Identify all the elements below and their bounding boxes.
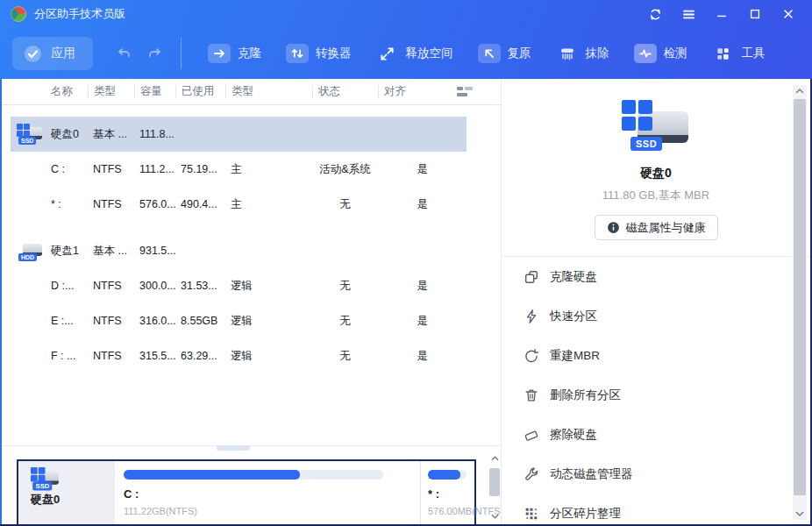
maximize-button[interactable]: [742, 4, 768, 25]
scroll-down-arrow[interactable]: [488, 510, 501, 522]
usage-bar: [428, 470, 467, 480]
header-cell-name[interactable]: 名称: [49, 85, 88, 98]
sidebar-item-label: 动态磁盘管理器: [550, 466, 633, 482]
header-cell-status[interactable]: 状态: [312, 85, 378, 98]
toolbar-button-erase[interactable]: 抹除: [552, 40, 614, 67]
main-area: 名称 类型 容量 已使用 类型 状态 对齐: [2, 79, 501, 524]
rebuild-mbr-icon: [523, 347, 539, 364]
header-cell-aligned[interactable]: 对齐: [378, 85, 467, 98]
sidebar-scrollbar[interactable]: [793, 85, 807, 520]
cell-capacity: 315.5...: [134, 350, 175, 362]
apply-button[interactable]: 应用: [12, 37, 93, 70]
sidebar-item-defrag[interactable]: 分区碎片整理: [502, 494, 810, 526]
info-icon: [607, 221, 620, 234]
partition-block-star[interactable]: * : 576.00MB(NTFS): [420, 461, 474, 524]
clone-disk-icon: [523, 268, 539, 285]
toolbar-button-detect[interactable]: 检测: [630, 40, 692, 67]
apply-label: 应用: [51, 46, 75, 61]
close-button[interactable]: [775, 4, 801, 25]
sidebar-item-rebuild-mbr[interactable]: 重建MBR: [502, 336, 810, 375]
disk-info: 111.80 GB,基本 MBR: [602, 188, 709, 203]
clone-icon: [208, 44, 231, 63]
cell-name: F : ...: [49, 350, 88, 362]
cell-status: 无: [312, 314, 378, 329]
toolbar-button-converter[interactable]: 转换器: [281, 40, 356, 67]
scrollbar-thumb[interactable]: [794, 99, 806, 495]
table-row-star[interactable]: * : NTFS 576.0... 490.4... 主 无 是: [11, 187, 467, 222]
cell-type: 主: [225, 197, 312, 212]
toolbar-button-restore[interactable]: 复原: [474, 40, 536, 67]
table-header: 名称 类型 容量 已使用 类型 状态 对齐: [2, 79, 501, 105]
undo-button[interactable]: [114, 43, 135, 64]
table-row-f[interactable]: F : ... NTFS 315.5... 63.29... 逻辑 无 是: [11, 338, 467, 373]
cell-status: 无: [312, 279, 378, 294]
erase-icon: [556, 44, 579, 63]
header-cell-fs[interactable]: 类型: [88, 85, 134, 98]
refresh-button[interactable]: [642, 4, 668, 25]
toolbar-label: 复原: [508, 46, 531, 61]
table-row-e[interactable]: E :... NTFS 316.0... 8.55GB 逻辑 无 是: [11, 303, 467, 338]
sidebar-item-dynamic-disk-manager[interactable]: 动态磁盘管理器: [502, 454, 810, 494]
cell-fs: NTFS: [88, 280, 134, 292]
horizontal-divider: [2, 445, 501, 446]
scroll-up-arrow[interactable]: [793, 85, 807, 97]
disk-properties-label: 磁盘属性与健康: [626, 220, 706, 236]
scroll-down-arrow[interactable]: [793, 508, 807, 520]
tools-icon: [712, 44, 735, 63]
header-cell-spacer: [11, 85, 49, 98]
cell-name: C :: [49, 163, 88, 175]
toolbar-button-tools[interactable]: 工具: [708, 40, 770, 67]
ssd-hero-icon: SSD: [622, 100, 690, 154]
splitter-handle[interactable]: [217, 445, 250, 451]
toolbar-button-clone[interactable]: 克隆: [203, 40, 266, 67]
redo-button[interactable]: [144, 43, 165, 64]
history-buttons: [114, 43, 165, 64]
table-row-c[interactable]: C : NTFS 111.2... 75.19... 主 活动&系统 是: [11, 152, 467, 187]
toolbar-label: 转换器: [316, 46, 352, 61]
hdd-disk-icon: HDD: [17, 240, 43, 261]
header-cell-capacity[interactable]: 容量: [134, 85, 175, 98]
lightning-icon: [523, 308, 539, 324]
table-row-d[interactable]: D :... NTFS 300.0... 31.53... 逻辑 无 是: [11, 268, 467, 303]
partition-name: C :: [124, 487, 411, 501]
toolbar-label: 抹除: [586, 46, 609, 61]
disk0-block[interactable]: SSD 硬盘0: [18, 461, 115, 524]
cell-type: 逻辑: [225, 314, 312, 329]
sidebar-item-delete-all-partitions[interactable]: 删除所有分区: [502, 375, 810, 415]
scroll-up-arrow[interactable]: [488, 452, 501, 465]
minimize-button[interactable]: [709, 4, 735, 25]
window-title: 分区助手技术员版: [34, 6, 125, 22]
cell-aligned: 是: [378, 349, 467, 364]
menu-button[interactable]: [675, 4, 702, 25]
app-window: 分区助手技术员版: [0, 0, 812, 526]
header: 分区助手技术员版: [0, 0, 812, 79]
cell-capacity: 111.8...: [134, 128, 175, 140]
partition-block-c[interactable]: C : 111.22GB(NTFS): [115, 461, 420, 524]
toolbar-button-free-space[interactable]: 释放空间: [372, 40, 458, 67]
sidebar-item-clone-disk[interactable]: 克隆硬盘: [502, 257, 810, 296]
minimize-icon: [715, 7, 729, 21]
defrag-icon: [523, 505, 539, 522]
disk-table: SSD 硬盘0 基本 ... 111.8... C : NTFS 111.2..…: [2, 117, 501, 373]
header-cell-type[interactable]: 类型: [225, 85, 312, 98]
cell-aligned: 是: [378, 162, 467, 177]
table-row-disk0[interactable]: SSD 硬盘0 基本 ... 111.8...: [11, 117, 467, 152]
sidebar-item-wipe-disk[interactable]: 擦除硬盘: [502, 415, 810, 454]
converter-icon: [286, 44, 309, 63]
sidebar-item-label: 擦除硬盘: [550, 427, 597, 443]
view-options-icon[interactable]: [457, 86, 473, 98]
disk-properties-button[interactable]: 磁盘属性与健康: [595, 215, 718, 240]
sidebar-item-quick-partition[interactable]: 快速分区: [502, 296, 810, 336]
maximize-icon: [748, 7, 762, 21]
cell-used: 490.4...: [175, 198, 225, 210]
cell-fs: 基本 ...: [88, 127, 134, 142]
toolbar-separator: [181, 38, 182, 69]
usage-bar: [124, 470, 383, 480]
disk-map-scrollbar[interactable]: [488, 452, 501, 522]
toolbar-label: 工具: [742, 46, 766, 61]
ssd-disk-icon: SSD: [17, 124, 43, 145]
scrollbar-thumb[interactable]: [489, 468, 500, 496]
header-cell-used[interactable]: 已使用: [175, 85, 225, 98]
table-row-disk1[interactable]: HDD 硬盘1 基本 ... 931.5...: [11, 233, 467, 268]
sidebar-item-label: 分区碎片整理: [550, 506, 621, 522]
